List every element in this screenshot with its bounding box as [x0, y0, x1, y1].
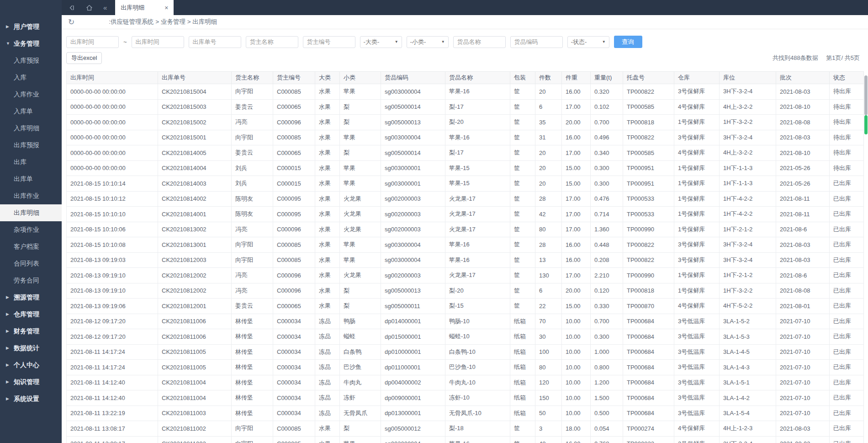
cell-货品编码: sg005000011 — [381, 299, 445, 314]
filter-input-出库时间[interactable] — [132, 36, 184, 48]
scrollbar-progress-segment[interactable] — [864, 115, 868, 134]
table-row[interactable]: 2021-08-11 14:12:40CK20210811004林传坚C0000… — [67, 390, 864, 406]
refresh-icon[interactable]: ↻ — [68, 18, 74, 26]
table-row[interactable]: 0000-00-00 00:00:00CK20210815001向宇阳C0000… — [67, 130, 864, 145]
sidebar-item-出库单[interactable]: 出库单 — [0, 171, 62, 187]
sidebar-item-出库明细[interactable]: 出库明细 — [0, 204, 62, 221]
cell-重量(t): 0.300 — [591, 176, 623, 192]
table-row[interactable]: 0000-00-00 00:00:00CK20210815003姜贵云C0000… — [67, 99, 864, 115]
table-row[interactable]: 0000-00-00 00:00:00CK20210814004刘兵C00001… — [67, 160, 864, 176]
cell-仓库: 3号低温库 — [674, 314, 720, 329]
filter-select-大类[interactable]: -大类-▼ — [360, 36, 402, 48]
sidebar-item-个人中心[interactable]: ▶个人中心 — [0, 357, 62, 374]
filter-input-货主编号[interactable] — [303, 36, 355, 48]
cell-小类: 牛肉丸 — [340, 375, 381, 390]
table-row[interactable]: 2021-08-11 13:08:17CK20210811002向宇阳C0000… — [67, 421, 864, 437]
table-row[interactable]: 2021-08-15 10:10:14CK20210814003刘兵C00001… — [67, 176, 864, 192]
cell-件重: 10.00 — [562, 344, 591, 360]
cell-件数: 120 — [535, 375, 562, 390]
home-icon[interactable] — [85, 4, 93, 11]
cell-出库单号: CK20210813002 — [158, 222, 232, 237]
dropdown-caret-icon: ▼ — [441, 40, 445, 44]
sidebar-item-知识管理[interactable]: ▶知识管理 — [0, 374, 62, 390]
column-header-重量(t): 重量(t) — [591, 72, 623, 84]
table-row[interactable]: 2021-08-13 09:19:03CK20210812003向宇阳C0000… — [67, 252, 864, 268]
filter-input-货主名称[interactable] — [246, 36, 298, 48]
filter-select-状态[interactable]: -状态-▼ — [567, 36, 609, 48]
table-row[interactable]: 2021-08-15 10:10:08CK20210813001向宇阳C0000… — [67, 237, 864, 253]
cell-货品编码: sg005000013 — [381, 115, 445, 130]
sidebar-item-合同列表[interactable]: 合同列表 — [0, 255, 62, 272]
cell-包装: 筐 — [510, 268, 535, 283]
sidebar-item-出库预报[interactable]: 出库预报 — [0, 137, 62, 154]
breadcrumb: :供应链管理系统 > 业务管理 > 出库明细 — [109, 18, 217, 26]
filter-input-出库时间[interactable] — [66, 36, 119, 48]
sidebar-item-出库作业[interactable]: 出库作业 — [0, 187, 62, 204]
table-row[interactable]: 0000-00-00 00:00:00CK20210815004向宇阳C0000… — [67, 84, 864, 100]
cell-重量(t): 0.102 — [591, 99, 623, 115]
table-row[interactable]: 2021-08-15 10:10:12CK20210814002陈明友C0000… — [67, 191, 864, 207]
table-row[interactable]: 2021-08-12 09:17:20CK20210811006林传坚C0000… — [67, 329, 864, 345]
table-row[interactable]: 2021-08-13 09:19:10CK20210812002冯亮C00009… — [67, 283, 864, 299]
table-row[interactable]: 2021-08-11 14:12:40CK20210811004林传坚C0000… — [67, 375, 864, 390]
cell-货品名称: 苹果-16 — [445, 130, 510, 145]
table-row[interactable]: 2021-08-11 13:08:17CK20210811002向宇阳C0000… — [67, 436, 864, 443]
sidebar-item-入库明细[interactable]: 入库明细 — [0, 120, 62, 137]
sidebar-item-入库预报[interactable]: 入库预报 — [0, 52, 62, 69]
tab-outbound-details[interactable]: 出库明细 × — [115, 0, 174, 15]
cell-状态: 已出库 — [830, 207, 864, 222]
cell-托盘号: TP000870 — [623, 299, 674, 314]
sidebar-item-系统设置[interactable]: ▶系统设置 — [0, 390, 62, 407]
sidebar-item-入库作业[interactable]: 入库作业 — [0, 86, 62, 103]
sidebar-item-label: 仓库管理 — [14, 310, 39, 318]
sidebar-item-溯源管理[interactable]: ▶溯源管理 — [0, 289, 62, 306]
cell-仓库: 1号保鲜库 — [674, 268, 720, 283]
filter-input-出库单号[interactable] — [189, 36, 241, 48]
close-tab-icon[interactable]: × — [164, 4, 168, 11]
table-row[interactable]: 2021-08-13 09:19:10CK20210812002冯亮C00009… — [67, 268, 864, 283]
sidebar-item-财务管理[interactable]: ▶财务管理 — [0, 323, 62, 340]
cell-包装: 筐 — [510, 191, 535, 207]
cell-大类: 水果 — [315, 160, 340, 176]
sidebar-item-label: 出库作业 — [14, 192, 39, 199]
sidebar-item-入库单[interactable]: 入库单 — [0, 103, 62, 120]
cell-包装: 筐 — [510, 84, 535, 100]
filter-select-小类[interactable]: -小类-▼ — [407, 36, 449, 48]
sidebar-item-数据统计[interactable]: ▶数据统计 — [0, 340, 62, 357]
sidebar-item-用户管理[interactable]: ▶用户管理 — [0, 18, 62, 35]
cell-批次: 2021-08-03 — [776, 130, 830, 145]
sidebar-item-杂项作业[interactable]: 杂项作业 — [0, 221, 62, 238]
table-row[interactable]: 2021-08-12 09:17:20CK20210811006林传坚C0000… — [67, 314, 864, 329]
sidebar-item-仓库管理[interactable]: ▶仓库管理 — [0, 306, 62, 323]
search-button[interactable]: 查询 — [614, 36, 642, 48]
table-row[interactable]: 2021-08-15 10:10:06CK20210813002冯亮C00009… — [67, 222, 864, 237]
back-icon[interactable] — [68, 4, 75, 11]
cell-货主名称: 向宇阳 — [232, 421, 273, 437]
cell-托盘号: TP000990 — [623, 222, 674, 237]
sidebar-item-入库[interactable]: 入库 — [0, 69, 62, 86]
table-row[interactable]: 2021-08-15 10:10:10CK20210814001陈明友C0000… — [67, 207, 864, 222]
sidebar-item-出库[interactable]: 出库 — [0, 154, 62, 171]
table-row[interactable]: 0000-00-00 00:00:00CK20210815002冯亮C00009… — [67, 115, 864, 130]
cell-状态: 待出库 — [830, 160, 864, 176]
cell-件重: 10.00 — [562, 314, 591, 329]
table-row[interactable]: 0000-00-00 00:00:00CK20210814005姜贵云C0000… — [67, 145, 864, 161]
cell-货主编号: C000015 — [273, 160, 315, 176]
filter-input-货品编码[interactable] — [510, 36, 563, 48]
cell-仓库: 3号低温库 — [674, 375, 720, 390]
table-row[interactable]: 2021-08-11 13:22:19CK20210811003林传坚C0000… — [67, 406, 864, 421]
table-row[interactable]: 2021-08-11 14:17:24CK20210811005林传坚C0000… — [67, 344, 864, 360]
select-value: -大类- — [364, 38, 380, 46]
table-row[interactable]: 2021-08-11 14:17:24CK20210811005林传坚C0000… — [67, 360, 864, 375]
cell-批次: 2021-08-11 — [776, 207, 830, 222]
sidebar-item-劳务合同[interactable]: 劳务合同 — [0, 272, 62, 289]
scrollbar-thumb[interactable] — [864, 75, 868, 115]
cell-小类: 梨 — [340, 299, 381, 314]
filter-input-货品名称[interactable] — [453, 36, 506, 48]
double-chevron-left-icon[interactable]: « — [103, 0, 107, 15]
sidebar-item-客户档案[interactable]: 客户档案 — [0, 238, 62, 255]
export-excel-button[interactable]: 导出excel — [66, 52, 102, 64]
cell-货品编码: sg002000003 — [381, 268, 445, 283]
sidebar-item-业务管理[interactable]: ▼业务管理 — [0, 35, 62, 52]
table-row[interactable]: 2021-08-13 09:19:06CK20210812001姜贵云C0000… — [67, 299, 864, 314]
